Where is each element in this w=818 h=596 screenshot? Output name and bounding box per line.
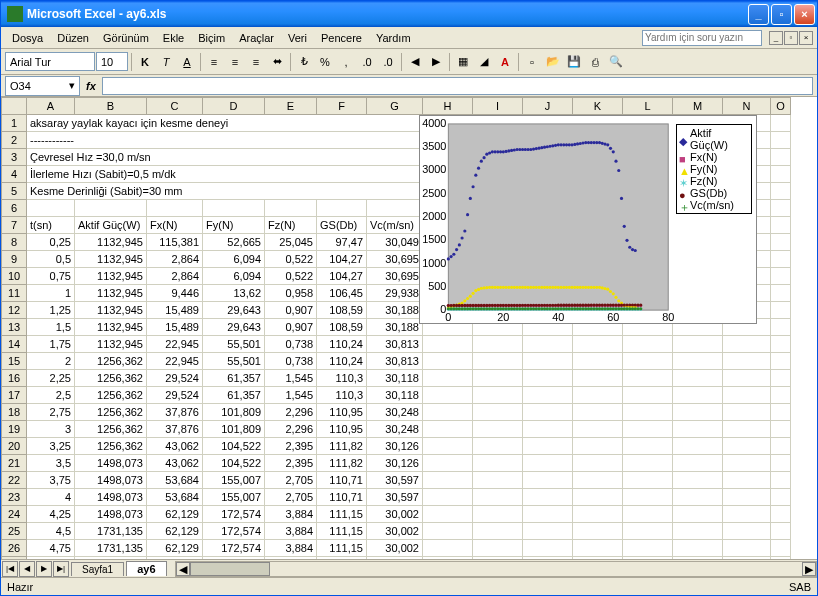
cell[interactable]: 111,82	[317, 438, 367, 455]
cell[interactable]: 30,188	[367, 302, 423, 319]
cell[interactable]: 2,296	[265, 404, 317, 421]
cell[interactable]: 0,958	[265, 285, 317, 302]
cell[interactable]	[623, 506, 673, 523]
cell[interactable]: 30,248	[367, 421, 423, 438]
scroll-thumb[interactable]	[190, 562, 270, 576]
cell[interactable]	[723, 506, 771, 523]
cell[interactable]: 0,907	[265, 319, 317, 336]
row-header[interactable]: 11	[2, 285, 27, 302]
cell[interactable]	[573, 506, 623, 523]
cell[interactable]: 2,5	[27, 387, 75, 404]
cell[interactable]: 2,705	[265, 472, 317, 489]
cell[interactable]	[723, 370, 771, 387]
cell[interactable]	[423, 523, 473, 540]
cell[interactable]: 110,24	[317, 353, 367, 370]
col-header-B[interactable]: B	[75, 98, 147, 115]
cell[interactable]	[423, 421, 473, 438]
cell[interactable]	[673, 404, 723, 421]
cell[interactable]	[423, 540, 473, 557]
cell[interactable]: 106,45	[317, 285, 367, 302]
cell[interactable]	[147, 200, 203, 217]
cell[interactable]: 30,002	[367, 506, 423, 523]
cell[interactable]: 30,248	[367, 404, 423, 421]
cell[interactable]: 30,126	[367, 438, 423, 455]
cell[interactable]: 2,705	[265, 489, 317, 506]
cell[interactable]: 110,79	[317, 557, 367, 560]
cell[interactable]: 1132,945	[75, 251, 147, 268]
cell[interactable]	[423, 336, 473, 353]
cell[interactable]: 172,574	[203, 540, 265, 557]
cell[interactable]: 1256,362	[75, 421, 147, 438]
cell[interactable]	[623, 455, 673, 472]
cell[interactable]	[573, 404, 623, 421]
cell[interactable]	[771, 557, 791, 560]
cell[interactable]: 2,296	[265, 421, 317, 438]
cell[interactable]	[623, 472, 673, 489]
cell[interactable]: t(sn)	[27, 217, 75, 234]
cell[interactable]: 111,15	[317, 506, 367, 523]
cell[interactable]: 30,049	[367, 234, 423, 251]
cell[interactable]: 110,95	[317, 404, 367, 421]
cell[interactable]	[723, 455, 771, 472]
menu-duzen[interactable]: Düzen	[50, 30, 96, 46]
cell[interactable]	[523, 472, 573, 489]
row-header[interactable]: 13	[2, 319, 27, 336]
cell[interactable]	[367, 200, 423, 217]
cell[interactable]: 104,27	[317, 251, 367, 268]
cell[interactable]	[673, 438, 723, 455]
cell[interactable]	[623, 336, 673, 353]
fill-color-button[interactable]: ◢	[474, 52, 494, 72]
cell[interactable]: 97,47	[317, 234, 367, 251]
cell[interactable]	[723, 336, 771, 353]
tab-last-button[interactable]: ▶|	[53, 561, 69, 577]
cell[interactable]: 2,864	[147, 268, 203, 285]
cell[interactable]	[573, 353, 623, 370]
cell[interactable]	[573, 540, 623, 557]
cell[interactable]: 55,501	[203, 336, 265, 353]
cell[interactable]: 29,524	[147, 370, 203, 387]
formula-input[interactable]	[102, 77, 813, 95]
row-header[interactable]: 15	[2, 353, 27, 370]
cell[interactable]: 1731,135	[75, 540, 147, 557]
row-header[interactable]: 6	[2, 200, 27, 217]
cell[interactable]	[723, 540, 771, 557]
col-header-O[interactable]: O	[771, 98, 791, 115]
increase-decimal-button[interactable]: .0	[357, 52, 377, 72]
cell[interactable]	[523, 404, 573, 421]
sheet-tab-sayfa1[interactable]: Sayfa1	[71, 562, 124, 576]
cell[interactable]: 110,3	[317, 387, 367, 404]
cell[interactable]: 110,71	[317, 489, 367, 506]
cell[interactable]	[423, 438, 473, 455]
cell[interactable]: 1,545	[265, 387, 317, 404]
cell[interactable]	[771, 319, 791, 336]
cell[interactable]: 1,75	[27, 336, 75, 353]
menu-pencere[interactable]: Pencere	[314, 30, 369, 46]
close-button[interactable]: ×	[794, 4, 815, 25]
col-header-J[interactable]: J	[523, 98, 573, 115]
cell[interactable]: 115,381	[147, 234, 203, 251]
align-left-button[interactable]: ≡	[204, 52, 224, 72]
cell[interactable]: 1132,945	[75, 319, 147, 336]
cell[interactable]	[573, 370, 623, 387]
cell[interactable]	[771, 523, 791, 540]
print-button[interactable]: ⎙	[585, 52, 605, 72]
cell[interactable]: 53,684	[147, 489, 203, 506]
cell[interactable]	[523, 370, 573, 387]
cell[interactable]	[523, 557, 573, 560]
cell[interactable]: 5	[27, 557, 75, 560]
cell[interactable]: 30,188	[367, 319, 423, 336]
cell[interactable]: 4,75	[27, 540, 75, 557]
row-header[interactable]: 2	[2, 132, 27, 149]
cell[interactable]: 29,938	[367, 285, 423, 302]
cell[interactable]	[573, 387, 623, 404]
col-header-G[interactable]: G	[367, 98, 423, 115]
cell[interactable]: 30,126	[367, 455, 423, 472]
cell[interactable]: 111,15	[317, 540, 367, 557]
bold-button[interactable]: K	[135, 52, 155, 72]
cell[interactable]	[573, 523, 623, 540]
cell[interactable]	[623, 421, 673, 438]
cell[interactable]	[423, 387, 473, 404]
cell[interactable]	[673, 472, 723, 489]
cell[interactable]: ------------	[27, 132, 423, 149]
help-search-input[interactable]	[642, 30, 762, 46]
